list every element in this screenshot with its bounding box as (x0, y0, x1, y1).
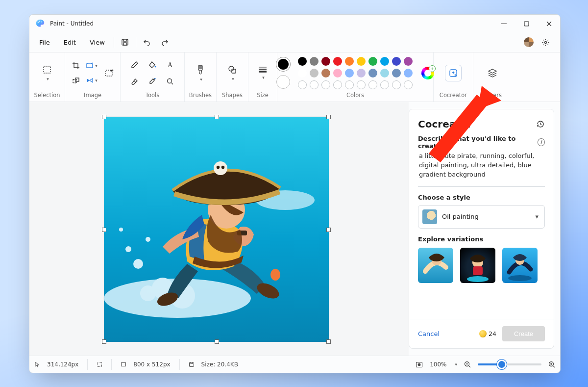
flip-tool[interactable]: ▾ (84, 74, 99, 87)
user-avatar[interactable] (524, 37, 534, 47)
redo-button[interactable] (156, 34, 173, 50)
variation-2[interactable] (460, 248, 495, 283)
text-tool[interactable]: A (162, 57, 178, 73)
brush-tool[interactable] (196, 64, 205, 75)
variation-1[interactable] (418, 248, 453, 283)
svg-point-26 (133, 259, 143, 269)
titlebar: Paint - Untitled (29, 15, 560, 32)
canvas-dimensions: 800 x 512px (133, 361, 170, 368)
maximize-button[interactable] (515, 15, 538, 32)
prompt-input[interactable]: a little cute pirate, running, colorful,… (418, 150, 545, 187)
color-swatch[interactable] (404, 69, 413, 77)
coin-icon (479, 330, 487, 337)
undo-button[interactable] (138, 34, 156, 50)
cancel-button[interactable]: Cancel (418, 330, 440, 337)
zoom-out-button[interactable] (464, 361, 471, 368)
minimize-button[interactable] (492, 15, 515, 32)
color-swatch[interactable] (345, 69, 354, 77)
fit-screen-icon[interactable] (416, 361, 423, 368)
color-swatch[interactable] (321, 69, 330, 77)
menu-edit[interactable]: Edit (57, 36, 83, 49)
custom-color-slot[interactable] (321, 80, 330, 89)
color-swatch[interactable] (380, 69, 389, 77)
color-swatch[interactable] (357, 69, 366, 77)
edit-colors-button[interactable]: + (421, 67, 434, 79)
menu-view[interactable]: View (83, 36, 112, 49)
svg-point-1 (39, 21, 40, 22)
save-button[interactable] (116, 34, 134, 50)
credits-counter: 24 (479, 330, 496, 337)
color-picker-tool[interactable] (145, 74, 160, 89)
color-swatch[interactable] (310, 69, 318, 77)
color-swatch[interactable] (310, 57, 318, 66)
custom-color-slot[interactable] (333, 80, 342, 89)
group-label-colors: Colors (346, 90, 364, 100)
image-generate-icon[interactable] (102, 66, 117, 80)
select-dropdown-icon[interactable]: ▾ (47, 77, 49, 81)
color-swatch[interactable] (321, 57, 330, 66)
group-label-cocreator: Cocreator (440, 90, 467, 100)
shapes-tool[interactable] (227, 65, 237, 75)
svg-point-40 (221, 166, 224, 169)
size-dropdown-icon[interactable]: ▾ (262, 75, 265, 80)
svg-point-16 (168, 79, 172, 83)
color-swatch[interactable] (357, 57, 366, 66)
fill-tool[interactable] (145, 57, 160, 73)
canvas[interactable] (104, 117, 329, 342)
color-swatch[interactable] (380, 57, 389, 66)
settings-button[interactable] (537, 34, 554, 50)
resize-tool[interactable]: ▾ (84, 59, 99, 73)
color-swatch[interactable] (298, 57, 307, 66)
layers-button[interactable] (487, 68, 498, 78)
pencil-tool[interactable] (127, 57, 143, 73)
color-swatch[interactable] (392, 57, 401, 66)
custom-color-slot[interactable] (392, 80, 401, 89)
info-icon[interactable]: i (538, 138, 545, 146)
svg-point-2 (41, 22, 42, 23)
zoom-dropdown-icon[interactable]: ▾ (455, 362, 457, 367)
brush-dropdown-icon[interactable]: ▾ (200, 77, 202, 82)
style-select[interactable]: Oil painting ▾ (418, 205, 545, 229)
custom-color-slot[interactable] (298, 80, 307, 89)
create-button[interactable]: Create (502, 326, 545, 341)
color-palette (298, 57, 413, 89)
magnifier-tool[interactable] (162, 74, 178, 89)
shapes-dropdown-icon[interactable]: ▾ (232, 77, 234, 81)
size-tool[interactable] (258, 66, 267, 73)
paint-window: Paint - Untitled File Edit View ▾ Select… (29, 14, 561, 373)
color-swatch[interactable] (345, 57, 354, 66)
color-swatch[interactable] (333, 69, 342, 77)
custom-color-slot[interactable] (310, 80, 318, 89)
custom-color-slot[interactable] (368, 80, 377, 89)
style-value: Oil painting (442, 213, 479, 220)
color-swatch[interactable] (298, 69, 307, 77)
variation-3[interactable] (502, 248, 538, 283)
canvas-area[interactable] (29, 102, 409, 356)
history-icon[interactable] (536, 120, 545, 129)
eraser-tool[interactable] (127, 74, 143, 89)
zoom-in-button[interactable] (548, 361, 555, 368)
custom-color-slot[interactable] (380, 80, 389, 89)
select-tool[interactable] (42, 65, 52, 75)
cocreator-button[interactable] (445, 65, 462, 81)
secondary-color-swatch[interactable] (276, 75, 290, 89)
zoom-slider[interactable] (478, 363, 541, 365)
color-swatch[interactable] (368, 57, 377, 66)
svg-point-0 (38, 22, 39, 23)
menu-file[interactable]: File (32, 36, 57, 49)
close-button[interactable] (538, 15, 560, 32)
svg-rect-48 (98, 362, 102, 367)
custom-color-slot[interactable] (404, 80, 413, 89)
primary-color-swatch[interactable] (276, 57, 290, 71)
color-swatch[interactable] (392, 69, 401, 77)
color-swatch[interactable] (404, 57, 413, 66)
custom-color-slot[interactable] (345, 80, 354, 89)
svg-rect-8 (87, 64, 93, 68)
group-label-size: Size (257, 90, 269, 100)
rotate-tool[interactable] (69, 74, 83, 87)
custom-color-slot[interactable] (357, 80, 366, 89)
color-swatch[interactable] (333, 57, 342, 66)
color-swatch[interactable] (368, 69, 377, 77)
crop-tool[interactable] (69, 59, 83, 73)
ribbon: ▾ Selection ▾ ▾ Image A (29, 52, 560, 102)
